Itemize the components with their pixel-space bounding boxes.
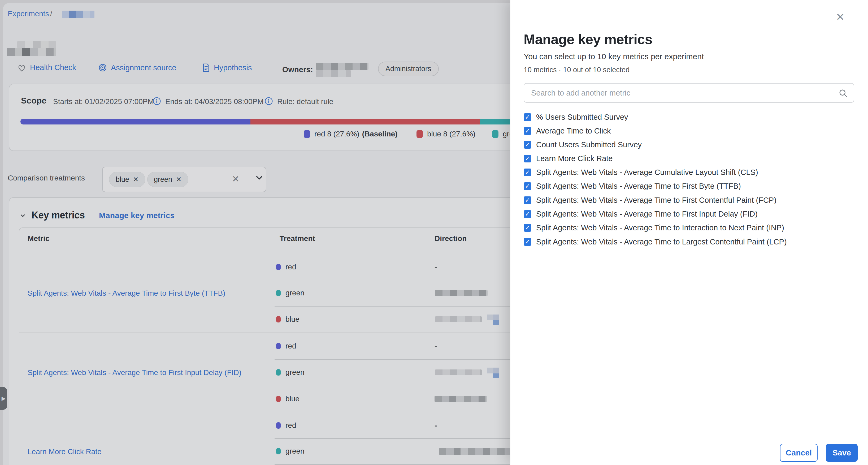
manage-key-metrics-panel: ✕ Manage key metrics You can select up t… — [510, 0, 868, 465]
metric-option[interactable]: ✓ Split Agents: Web Vitals - Average Tim… — [524, 236, 787, 248]
metric-option[interactable]: ✓ Split Agents: Web Vitals - Average Tim… — [524, 222, 784, 234]
metric-search-input[interactable] — [524, 84, 854, 102]
metric-option-label: Split Agents: Web Vitals - Average Time … — [536, 182, 741, 191]
checkbox-checked-icon[interactable]: ✓ — [524, 127, 531, 135]
metric-option-label: Split Agents: Web Vitals - Average Time … — [536, 210, 757, 219]
metric-option[interactable]: ✓ Learn More Click Rate — [524, 153, 613, 164]
metric-option-label: Split Agents: Web Vitals - Average Time … — [536, 196, 776, 205]
metric-option[interactable]: ✓ Split Agents: Web Vitals - Average Tim… — [524, 180, 741, 192]
metric-option[interactable]: ✓ Count Users Submitted Survey — [524, 139, 642, 150]
metric-option-label: Split Agents: Web Vitals - Average Time … — [536, 237, 787, 246]
footer-divider — [510, 434, 868, 434]
panel-subtitle: You can select up to 10 key metrics per … — [524, 52, 704, 61]
checkbox-checked-icon[interactable]: ✓ — [524, 169, 531, 176]
close-icon[interactable]: ✕ — [836, 12, 845, 22]
checkbox-checked-icon[interactable]: ✓ — [524, 182, 531, 190]
save-button[interactable]: Save — [826, 444, 858, 462]
app-root: Experiments / Health Check Assignment so… — [0, 0, 868, 465]
metric-option[interactable]: ✓ % Users Submitted Survey — [524, 111, 628, 123]
panel-selection-summary: 10 metrics · 10 out of 10 selected — [524, 66, 629, 74]
metric-option[interactable]: ✓ Split Agents: Web Vitals - Average Cum… — [524, 167, 758, 178]
checkbox-checked-icon[interactable]: ✓ — [524, 155, 531, 163]
checkbox-checked-icon[interactable]: ✓ — [524, 238, 531, 246]
metric-option-label: Average Time to Click — [536, 126, 611, 135]
metric-option[interactable]: ✓ Average Time to Click — [524, 125, 611, 137]
checkbox-checked-icon[interactable]: ✓ — [524, 210, 531, 218]
metric-option-label: Count Users Submitted Survey — [536, 140, 642, 149]
metric-option-label: Learn More Click Rate — [536, 154, 613, 163]
checkbox-checked-icon[interactable]: ✓ — [524, 141, 531, 149]
metric-option-label: % Users Submitted Survey — [536, 113, 628, 121]
metric-option[interactable]: ✓ Split Agents: Web Vitals - Average Tim… — [524, 208, 757, 220]
checkbox-checked-icon[interactable]: ✓ — [524, 196, 531, 204]
cancel-button[interactable]: Cancel — [780, 444, 817, 462]
metric-option-label: Split Agents: Web Vitals - Average Time … — [536, 224, 784, 232]
metric-search — [524, 83, 854, 103]
checkbox-checked-icon[interactable]: ✓ — [524, 113, 531, 121]
search-icon — [838, 88, 848, 99]
checkbox-checked-icon[interactable]: ✓ — [524, 224, 531, 232]
panel-title: Manage key metrics — [524, 31, 652, 47]
metric-option-label: Split Agents: Web Vitals - Average Cumul… — [536, 168, 758, 177]
metric-option[interactable]: ✓ Split Agents: Web Vitals - Average Tim… — [524, 194, 776, 206]
